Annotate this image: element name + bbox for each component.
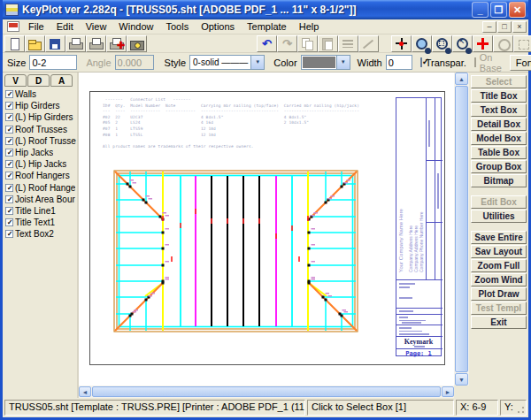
pan-button[interactable] [391, 35, 412, 52]
scrollbar-corner [454, 386, 469, 398]
document-icon[interactable] [7, 21, 19, 32]
chevron-down-icon[interactable]: ▼ [250, 56, 264, 69]
exit-button[interactable]: Exit [471, 316, 527, 329]
layer-checkbox[interactable] [5, 184, 13, 192]
title-box-button[interactable]: Title Box [471, 89, 527, 103]
scroll-right-icon[interactable]: ► [442, 386, 454, 397]
layer-checkbox[interactable] [5, 137, 13, 145]
save-entire-button[interactable]: Save Entire [471, 231, 527, 244]
layer-label: Hip Jacks [15, 148, 53, 157]
app-icon [5, 4, 19, 16]
snapshot-button[interactable] [127, 35, 147, 52]
new-button[interactable] [4, 35, 25, 52]
layer-label: Roof Hangers [15, 171, 70, 180]
layer-checkbox[interactable] [5, 207, 13, 215]
undo-glyph: ↶ [259, 37, 274, 50]
status-bar: TRUSS05.sht [Template : TRUSS.PRE] [Prin… [3, 398, 528, 417]
resize-grip[interactable] [515, 404, 526, 415]
text-box-button[interactable]: Text Box [471, 103, 527, 117]
select-button: Select [471, 75, 527, 88]
horizontal-scroll-thumb[interactable] [92, 386, 441, 397]
layer-checkbox[interactable] [5, 126, 13, 134]
horizontal-scrollbar[interactable]: ◄ ► [79, 386, 454, 398]
center-point-button[interactable] [473, 35, 493, 52]
layer-checkbox[interactable] [5, 149, 13, 157]
menu-edit[interactable]: Edit [50, 20, 80, 33]
transparent-checkbox[interactable] [420, 57, 422, 67]
undo-button[interactable]: ↶ [257, 35, 277, 52]
minimize-button[interactable]: _ [472, 2, 489, 18]
menu-options[interactable]: Options [195, 20, 241, 33]
print-button[interactable] [86, 35, 106, 52]
mdi-close-button[interactable]: × [512, 21, 527, 33]
zoom-wind-button[interactable]: Zoom Wind [471, 273, 527, 286]
zoom-full-button[interactable]: Zoom Full [471, 259, 527, 272]
layer-row: Title Line1 [4, 205, 76, 217]
mdi-minimize-button[interactable]: – [482, 21, 496, 33]
save-button[interactable] [45, 35, 65, 52]
zoom-previous-button[interactable] [452, 35, 473, 52]
layer-row: Roof Hangers [4, 170, 76, 181]
font-button[interactable]: Font [510, 55, 531, 71]
company-name-text: Your Company Name Here [398, 109, 404, 272]
onbase-checkbox [474, 57, 476, 67]
detail-box-button[interactable]: Detail Box [471, 118, 527, 131]
layer-checkbox[interactable] [5, 230, 13, 238]
group-box-button[interactable]: Group Box [471, 160, 527, 173]
style-value: 0-solid ——— [190, 57, 250, 67]
menu-file[interactable]: File [22, 20, 50, 33]
layer-checkbox[interactable] [5, 113, 13, 121]
scroll-up-icon[interactable]: ▲ [455, 73, 468, 85]
menu-tools[interactable]: Tools [159, 20, 195, 33]
color-dropdown[interactable]: ▼ [301, 55, 350, 70]
mdi-restore-button[interactable]: □ [497, 21, 512, 33]
chevron-down-icon[interactable]: ▼ [336, 56, 350, 69]
zoom-box-button[interactable] [432, 35, 452, 52]
menu-view[interactable]: View [80, 20, 113, 33]
menu-window[interactable]: Window [112, 20, 159, 33]
drawing-canvas[interactable]: ------- Connector List ------- ID# Qty. … [79, 73, 454, 386]
layer-tab-v[interactable]: V [4, 74, 27, 87]
zoom-window-button[interactable] [412, 35, 432, 52]
style-dropdown[interactable]: 0-solid ——— ▼ [189, 55, 265, 70]
plot-sheet[interactable]: ------- Connector List ------- ID# Qty. … [89, 91, 445, 365]
vertical-scrollbar[interactable]: ▲ ▼ [454, 73, 469, 398]
layer-tab-a[interactable]: A [50, 74, 73, 87]
vertical-scroll-thumb[interactable] [455, 86, 468, 372]
scroll-down-icon[interactable]: ▼ [455, 373, 468, 386]
print-preview-button[interactable] [65, 35, 86, 52]
layer-checkbox[interactable] [5, 90, 13, 98]
layer-checkbox[interactable] [5, 172, 13, 179]
draw-box-button [513, 35, 531, 52]
plot-draw-button[interactable]: Plot Draw [471, 287, 527, 301]
layer-checkbox[interactable] [5, 160, 13, 168]
width-input[interactable] [386, 55, 412, 70]
layer-label: Title Text1 [15, 218, 55, 227]
plot-print-button[interactable]: ✚ [106, 35, 127, 52]
menu-help[interactable]: Help [293, 20, 326, 33]
micro-text [399, 283, 415, 285]
scroll-left-icon[interactable]: ◄ [79, 386, 91, 397]
line-tool-icon [361, 37, 376, 50]
paste-icon [320, 37, 335, 50]
utilities-button[interactable]: Utilities [471, 210, 527, 223]
open-button[interactable] [25, 35, 45, 52]
bitmap-button[interactable]: Bitmap [471, 174, 527, 187]
new-icon [7, 37, 22, 50]
layer-checkbox[interactable] [5, 195, 13, 203]
layer-checkbox[interactable] [5, 218, 13, 226]
close-button[interactable]: ✕ [509, 2, 526, 18]
title-block-line [396, 279, 442, 280]
size-input[interactable] [29, 55, 77, 70]
layer-tab-d[interactable]: D [27, 74, 50, 87]
layer-checkbox[interactable] [5, 102, 13, 110]
copy-button [297, 35, 318, 52]
maximize-button[interactable]: ❐ [490, 2, 507, 18]
company-phone-text: Company Phone Number Here [419, 109, 424, 272]
model-box-button[interactable]: Model Box [471, 132, 527, 145]
red-plus-icon: ✚ [117, 41, 125, 50]
redo-button: ↷ [277, 35, 297, 52]
sav-layout-button[interactable]: Sav Layout [471, 245, 527, 258]
menu-template[interactable]: Template [241, 20, 293, 33]
table-box-button[interactable]: Table Box [471, 146, 527, 159]
